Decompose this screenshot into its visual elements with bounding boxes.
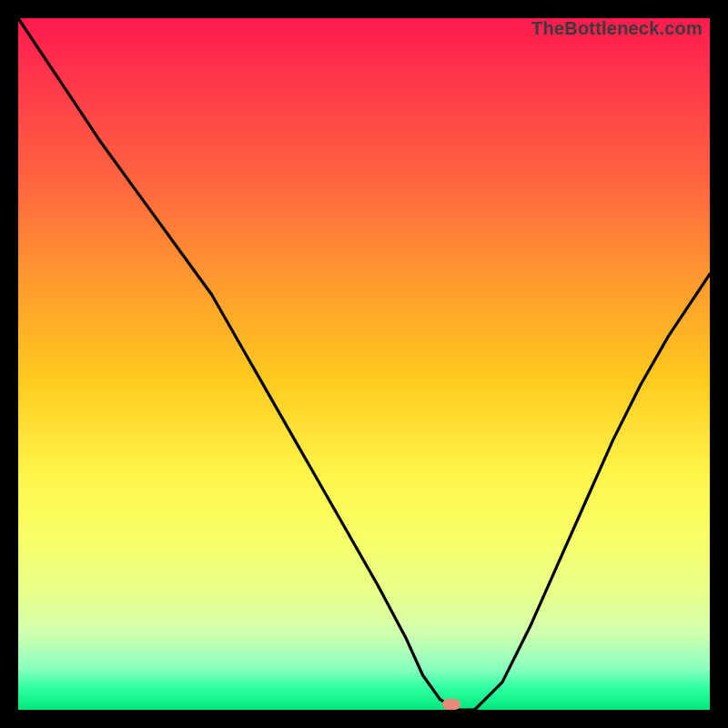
optimal-point-marker bbox=[442, 699, 460, 710]
chart-frame: TheBottleneck.com bbox=[0, 0, 728, 728]
curve-path bbox=[18, 18, 710, 710]
plot-area: TheBottleneck.com bbox=[18, 18, 710, 710]
bottleneck-curve bbox=[18, 18, 710, 710]
